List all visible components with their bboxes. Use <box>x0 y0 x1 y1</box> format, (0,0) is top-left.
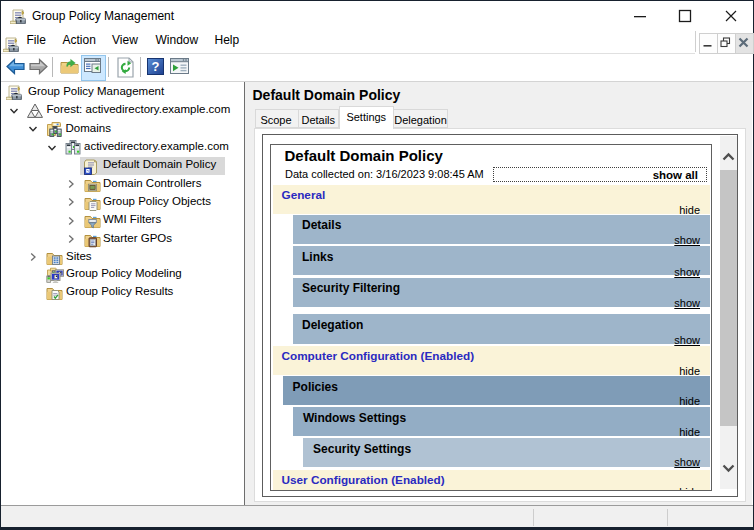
svg-text:?: ? <box>152 59 160 74</box>
